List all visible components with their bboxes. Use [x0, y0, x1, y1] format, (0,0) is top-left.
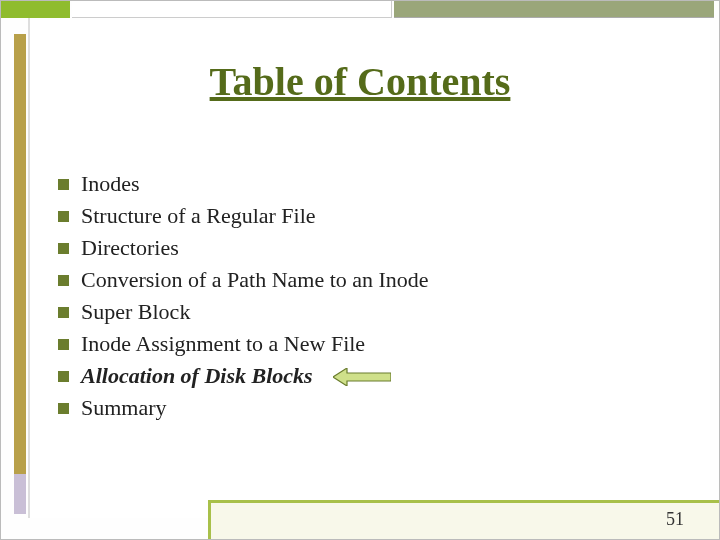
toc-item: Conversion of a Path Name to an Inode — [58, 266, 680, 294]
header-block-olive — [394, 0, 714, 18]
slide-title: Table of Contents — [0, 58, 720, 105]
bullet-icon — [58, 275, 69, 286]
toc-item-label: Conversion of a Path Name to an Inode — [81, 266, 429, 294]
toc-list: Inodes Structure of a Regular File Direc… — [58, 170, 680, 426]
toc-item-label: Allocation of Disk Blocks — [81, 362, 313, 390]
bullet-icon — [58, 403, 69, 414]
bullet-icon — [58, 179, 69, 190]
bullet-icon — [58, 339, 69, 350]
bullet-icon — [58, 307, 69, 318]
toc-item: Inode Assignment to a New File — [58, 330, 680, 358]
left-strip-purple — [14, 474, 26, 514]
toc-item: Structure of a Regular File — [58, 202, 680, 230]
toc-item: Summary — [58, 394, 680, 422]
header-block-white — [72, 0, 392, 18]
header-block-lime — [0, 0, 70, 18]
toc-item: Super Block — [58, 298, 680, 326]
toc-item-label: Directories — [81, 234, 179, 262]
bullet-icon — [58, 371, 69, 382]
toc-item: Inodes — [58, 170, 680, 198]
toc-item-label: Structure of a Regular File — [81, 202, 316, 230]
toc-item-highlighted: Allocation of Disk Blocks — [58, 362, 680, 390]
header-decoration — [0, 0, 720, 18]
page-number: 51 — [666, 509, 684, 530]
bullet-icon — [58, 243, 69, 254]
toc-item-label: Inode Assignment to a New File — [81, 330, 365, 358]
footer-frame — [208, 500, 720, 540]
toc-item-label: Inodes — [81, 170, 140, 198]
slide: Table of Contents Inodes Structure of a … — [0, 0, 720, 540]
bullet-icon — [58, 211, 69, 222]
toc-item-label: Super Block — [81, 298, 190, 326]
toc-item: Directories — [58, 234, 680, 262]
toc-item-label: Summary — [81, 394, 167, 422]
